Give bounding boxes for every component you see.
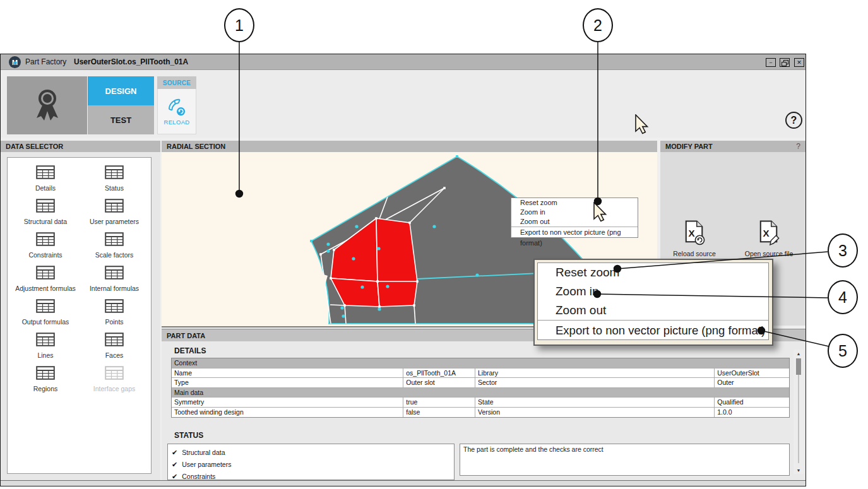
selector-item-interface-gaps: Interface gaps [80, 366, 149, 392]
scroll-up-icon[interactable]: ▲ [794, 350, 804, 357]
status-message: The part is complete and the checks are … [460, 444, 790, 476]
context-menu-zoomed-inset: Reset zoom Zoom in Zoom out Export to no… [533, 259, 773, 346]
selector-item-points[interactable]: Points [80, 299, 149, 326]
selector-item-structural-data[interactable]: Structural data [11, 199, 80, 225]
table-icon [36, 333, 55, 346]
selector-item-constraints[interactable]: Constraints [11, 232, 80, 259]
data-selector-list: Details Status Structural data User para… [7, 157, 152, 474]
modify-part-title: MODIFY PART [665, 143, 713, 150]
selector-item-scale-factors[interactable]: Scale factors [80, 232, 149, 259]
selector-item-details[interactable]: Details [11, 165, 80, 192]
reload-part-icon [167, 98, 186, 117]
table-icon [105, 232, 124, 246]
source-group: SOURCE RELOAD [157, 76, 196, 134]
window-bottom-edge [1, 480, 806, 486]
selector-item-regions[interactable]: Regions [11, 366, 80, 392]
minimize-icon: − [769, 59, 772, 66]
table-icon [105, 199, 124, 213]
table-icon [36, 165, 55, 179]
scrollbar-track [798, 375, 799, 463]
table-icon [105, 366, 124, 380]
scrollbar-thumb[interactable] [796, 358, 801, 375]
reload-source-icon: X [684, 220, 705, 245]
callout-3: 3 [828, 233, 858, 268]
context-menu: Reset zoom Zoom in Zoom out Export to no… [511, 197, 638, 238]
minimize-button[interactable]: − [766, 58, 776, 67]
table-row[interactable]: Toothed winding design false Version 1.0… [172, 408, 789, 418]
part-data-panel: DETAILS Context Name os_PllTooth_01A Lib… [162, 341, 806, 480]
app-name: Part Factory [25, 54, 66, 70]
menu-item-zoom-in[interactable]: Zoom in [511, 208, 638, 217]
modify-part-help-icon[interactable]: ? [796, 141, 800, 152]
callout-5: 5 [828, 334, 858, 368]
selector-item-faces[interactable]: Faces [80, 333, 149, 359]
reload-label: RELOAD [164, 119, 190, 126]
ribbon-toolbar: DESIGN TEST SOURCE RELOAD [1, 70, 806, 138]
table-row[interactable]: Symmetry true State Qualified [172, 398, 789, 408]
selector-item-output-formulas[interactable]: Output formulas [11, 299, 80, 326]
table-icon [36, 366, 55, 380]
scroll-down-icon[interactable]: ▼ [794, 466, 804, 474]
callout-1: 1 [224, 8, 254, 42]
tab-test[interactable]: TEST [88, 105, 154, 134]
logo-triangle-icon [13, 62, 17, 65]
check-icon: ✔ [172, 461, 177, 468]
data-selector-panel: Details Status Structural data User para… [1, 152, 160, 480]
selector-item-internal-formulas[interactable]: Internal formulas [80, 266, 149, 292]
table-section-row: Context [172, 358, 789, 368]
document-title: UserOuterSlot.os_PllTooth_01A [74, 54, 188, 70]
table-icon [105, 165, 124, 179]
table-row[interactable]: Type Outer slot Sector Outer [172, 378, 789, 388]
medal-icon [33, 88, 61, 123]
table-section-row: Main data [172, 388, 789, 398]
callout-4: 4 [828, 280, 858, 314]
menu-item-zoom-out-large[interactable]: Zoom out [538, 301, 768, 320]
status-check-item: ✔Structural data [172, 447, 454, 459]
table-icon [105, 299, 124, 313]
status-checklist: ✔Structural data ✔User parameters ✔Const… [167, 444, 455, 480]
badge-panel [7, 76, 87, 134]
table-icon [105, 333, 124, 346]
menu-item-zoom-out[interactable]: Zoom out [511, 217, 638, 227]
open-source-file-button[interactable]: X Open source file [737, 220, 800, 257]
status-section-title: STATUS [174, 431, 203, 440]
menu-item-export-png[interactable]: Export to non vector picture (png format… [511, 227, 638, 237]
details-table: Context Name os_PllTooth_01A Library Use… [171, 358, 790, 418]
reload-button[interactable]: RELOAD [157, 89, 196, 134]
restore-icon [782, 60, 788, 66]
table-row[interactable]: Name os_PllTooth_01A Library UserOuterSl… [172, 368, 789, 379]
selector-item-adjustment-formulas[interactable]: Adjustment formulas [11, 266, 80, 292]
details-section-title: DETAILS [174, 346, 206, 355]
menu-item-reset-zoom[interactable]: Reset zoom [511, 198, 638, 208]
help-button[interactable]: ? [785, 112, 802, 129]
menu-item-reset-zoom-large[interactable]: Reset zoom [538, 263, 768, 282]
svg-text:X: X [689, 228, 695, 239]
check-icon: ✔ [172, 449, 177, 456]
open-source-file-icon: X [758, 220, 780, 245]
selector-item-lines[interactable]: Lines [11, 333, 80, 359]
status-check-item: ✔Constraints [172, 471, 454, 480]
callout-2: 2 [583, 8, 613, 42]
title-bar: M Part Factory UserOuterSlot.os_PllTooth… [1, 54, 806, 70]
tab-design[interactable]: DESIGN [88, 76, 154, 105]
table-icon [105, 266, 124, 280]
restore-button[interactable] [780, 58, 790, 67]
check-icon: ✔ [172, 473, 177, 480]
vertical-scrollbar[interactable]: ▲ ▼ [794, 350, 804, 474]
selector-item-status[interactable]: Status [80, 165, 149, 192]
table-icon [36, 199, 55, 213]
reload-source-button[interactable]: X Reload source [663, 220, 726, 257]
svg-text:X: X [763, 228, 770, 239]
status-check-item: ✔User parameters [172, 459, 454, 471]
mouse-cursor-icon [593, 202, 607, 222]
data-selector-header: DATA SELECTOR [1, 141, 160, 152]
selector-item-user-parameters[interactable]: User parameters [80, 199, 149, 225]
menu-item-zoom-in-large[interactable]: Zoom in [538, 282, 768, 301]
close-button[interactable]: ✕ [794, 58, 804, 67]
table-icon [36, 232, 55, 246]
mouse-cursor-icon [635, 114, 649, 134]
table-icon [36, 266, 55, 280]
menu-item-export-png-large[interactable]: Export to non vector picture (png format… [538, 320, 768, 339]
source-group-title: SOURCE [157, 76, 196, 89]
close-icon: ✕ [797, 59, 802, 66]
